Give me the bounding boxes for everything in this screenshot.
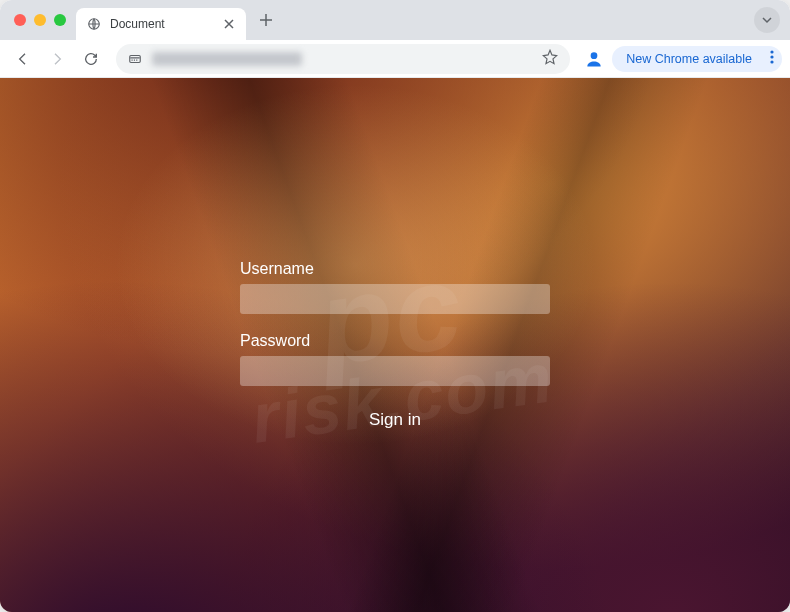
close-window-button[interactable] bbox=[14, 14, 26, 26]
url-text bbox=[152, 52, 302, 66]
update-chrome-chip[interactable]: New Chrome available bbox=[612, 46, 782, 72]
forward-button[interactable] bbox=[42, 44, 72, 74]
login-form: Username Password Sign in bbox=[240, 260, 550, 430]
globe-icon bbox=[86, 16, 102, 32]
svg-rect-1 bbox=[130, 55, 141, 62]
address-bar[interactable] bbox=[116, 44, 570, 74]
menu-dots-icon[interactable] bbox=[770, 50, 774, 67]
minimize-window-button[interactable] bbox=[34, 14, 46, 26]
chevron-down-icon[interactable] bbox=[754, 7, 780, 33]
svg-point-3 bbox=[770, 50, 773, 53]
svg-point-2 bbox=[591, 52, 598, 59]
signin-button[interactable]: Sign in bbox=[369, 410, 421, 430]
fullscreen-window-button[interactable] bbox=[54, 14, 66, 26]
username-input[interactable] bbox=[240, 284, 550, 314]
site-info-icon[interactable] bbox=[128, 52, 142, 66]
password-input[interactable] bbox=[240, 356, 550, 386]
tab-bar: Document bbox=[0, 0, 790, 40]
bookmark-star-icon[interactable] bbox=[542, 49, 558, 69]
close-tab-button[interactable] bbox=[222, 17, 236, 31]
svg-point-4 bbox=[770, 55, 773, 58]
browser-tab[interactable]: Document bbox=[76, 8, 246, 40]
browser-window: Document bbox=[0, 0, 790, 612]
page-content: pc risk.com Username Password Sign in bbox=[0, 78, 790, 612]
back-button[interactable] bbox=[8, 44, 38, 74]
profile-button[interactable] bbox=[580, 45, 608, 73]
reload-button[interactable] bbox=[76, 44, 106, 74]
password-label: Password bbox=[240, 332, 550, 350]
tab-title: Document bbox=[110, 17, 214, 31]
toolbar: New Chrome available bbox=[0, 40, 790, 78]
window-controls bbox=[8, 14, 76, 26]
update-chip-label: New Chrome available bbox=[626, 52, 752, 66]
new-tab-button[interactable] bbox=[252, 6, 280, 34]
username-label: Username bbox=[240, 260, 550, 278]
svg-point-5 bbox=[770, 60, 773, 63]
